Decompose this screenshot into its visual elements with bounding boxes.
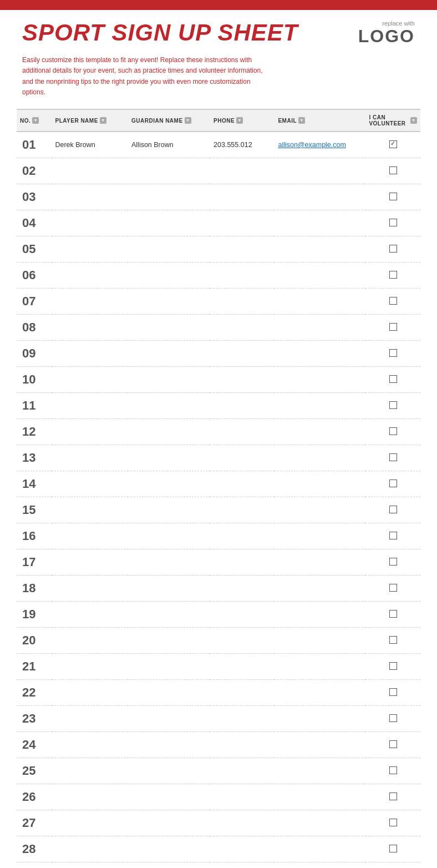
cell-phone: [210, 784, 275, 810]
cell-volunteer[interactable]: [365, 471, 420, 497]
cell-volunteer[interactable]: [365, 289, 420, 315]
col-header-phone[interactable]: PHONE ▼: [210, 109, 275, 132]
cell-player-name: [52, 341, 128, 367]
volunteer-checkbox[interactable]: [389, 323, 397, 331]
volunteer-checkbox[interactable]: [389, 636, 397, 644]
cell-volunteer[interactable]: [365, 628, 420, 654]
cell-no: 26: [17, 784, 52, 810]
volunteer-checkbox[interactable]: [389, 532, 397, 539]
table-row: 16: [17, 523, 420, 549]
cell-guardian-name: [128, 680, 210, 706]
volunteer-checkbox[interactable]: [389, 506, 397, 513]
cell-volunteer[interactable]: [365, 367, 420, 393]
cell-no: 20: [17, 628, 52, 654]
no-dropdown-icon[interactable]: ▼: [32, 117, 39, 124]
cell-guardian-name: [128, 289, 210, 315]
volunteer-checkbox[interactable]: [389, 480, 397, 487]
volunteer-checkbox[interactable]: [389, 349, 397, 357]
volunteer-checkbox[interactable]: [389, 714, 397, 722]
cell-volunteer[interactable]: [365, 445, 420, 471]
cell-volunteer[interactable]: [365, 341, 420, 367]
volunteer-checkbox[interactable]: [389, 453, 397, 461]
cell-volunteer[interactable]: [365, 419, 420, 445]
cell-volunteer[interactable]: [365, 393, 420, 419]
col-header-player-name[interactable]: PLAYER NAME ▼: [52, 109, 128, 132]
col-header-volunteer[interactable]: I CAN VOLUNTEER ▼: [365, 109, 420, 132]
cell-no: 22: [17, 680, 52, 706]
player-dropdown-icon[interactable]: ▼: [100, 117, 106, 124]
col-header-email[interactable]: EMAIL ▼: [275, 109, 365, 132]
volunteer-checkbox[interactable]: [389, 688, 397, 696]
cell-volunteer[interactable]: [365, 654, 420, 680]
cell-volunteer[interactable]: [365, 549, 420, 576]
cell-player-name: [52, 445, 128, 471]
cell-volunteer[interactable]: [365, 784, 420, 810]
guardian-dropdown-icon[interactable]: ▼: [185, 117, 191, 124]
cell-guardian-name: [128, 393, 210, 419]
email-dropdown-icon[interactable]: ▼: [298, 117, 305, 124]
volunteer-checkbox[interactable]: [389, 819, 397, 826]
volunteer-checkbox[interactable]: [389, 740, 397, 748]
cell-phone: [210, 836, 275, 862]
volunteer-checkbox[interactable]: [389, 245, 397, 253]
table-row: 24: [17, 732, 420, 758]
cell-email: [275, 497, 365, 523]
volunteer-checkbox[interactable]: [389, 166, 397, 174]
cell-volunteer[interactable]: [365, 836, 420, 862]
volunteer-checkbox[interactable]: [389, 845, 397, 852]
cell-guardian-name: [128, 784, 210, 810]
cell-player-name: [52, 654, 128, 680]
cell-email: [275, 158, 365, 184]
cell-phone: [210, 862, 275, 868]
cell-no: 07: [17, 289, 52, 315]
volunteer-checkbox[interactable]: [389, 793, 397, 800]
cell-volunteer[interactable]: [365, 132, 420, 158]
volunteer-checkbox[interactable]: [389, 219, 397, 226]
volunteer-dropdown-icon[interactable]: ▼: [410, 117, 417, 124]
volunteer-checkbox[interactable]: [389, 610, 397, 618]
table-row: 08: [17, 315, 420, 341]
cell-volunteer[interactable]: [365, 263, 420, 289]
volunteer-checkbox[interactable]: [389, 140, 397, 148]
cell-email: [275, 628, 365, 654]
cell-email: [275, 654, 365, 680]
cell-guardian-name: [128, 523, 210, 549]
volunteer-checkbox[interactable]: [389, 558, 397, 566]
col-header-guardian-name[interactable]: GUARDIAN NAME ▼: [128, 109, 210, 132]
table-row: 23: [17, 706, 420, 732]
cell-volunteer[interactable]: [365, 602, 420, 628]
col-header-no[interactable]: NO. ▼: [17, 109, 52, 132]
cell-volunteer[interactable]: [365, 158, 420, 184]
cell-volunteer[interactable]: [365, 732, 420, 758]
volunteer-checkbox[interactable]: [389, 427, 397, 435]
cell-volunteer[interactable]: [365, 810, 420, 836]
cell-volunteer[interactable]: [365, 184, 420, 210]
cell-volunteer[interactable]: [365, 210, 420, 236]
cell-player-name: [52, 210, 128, 236]
email-link[interactable]: allison@example.com: [278, 141, 345, 149]
volunteer-checkbox[interactable]: [389, 584, 397, 592]
volunteer-checkbox[interactable]: [389, 193, 397, 200]
volunteer-checkbox[interactable]: [389, 401, 397, 409]
volunteer-checkbox[interactable]: [389, 766, 397, 774]
cell-volunteer[interactable]: [365, 315, 420, 341]
cell-volunteer[interactable]: [365, 497, 420, 523]
cell-email: [275, 184, 365, 210]
cell-volunteer[interactable]: [365, 758, 420, 784]
volunteer-checkbox[interactable]: [389, 375, 397, 383]
cell-volunteer[interactable]: [365, 706, 420, 732]
cell-no: 28: [17, 836, 52, 862]
cell-volunteer[interactable]: [365, 680, 420, 706]
cell-email: [275, 236, 365, 263]
cell-volunteer[interactable]: [365, 862, 420, 868]
volunteer-checkbox[interactable]: [389, 662, 397, 670]
cell-volunteer[interactable]: [365, 236, 420, 263]
phone-dropdown-icon[interactable]: ▼: [236, 117, 243, 124]
volunteer-checkbox[interactable]: [389, 271, 397, 279]
cell-volunteer[interactable]: [365, 576, 420, 602]
volunteer-checkbox[interactable]: [389, 297, 397, 305]
cell-player-name: [52, 628, 128, 654]
top-red-bar: [0, 0, 437, 10]
cell-volunteer[interactable]: [365, 523, 420, 549]
table-row: 13: [17, 445, 420, 471]
